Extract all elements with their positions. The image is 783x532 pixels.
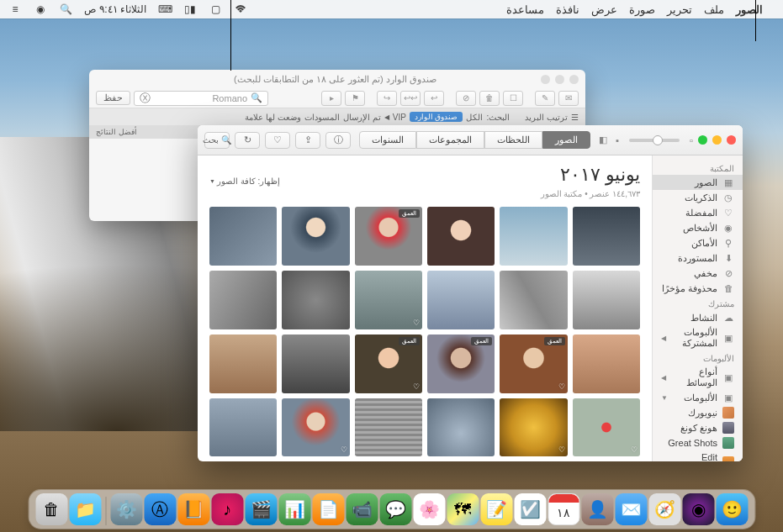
mail-traffic-lights[interactable] (541, 75, 579, 84)
dock-siri-icon[interactable]: ◉ (682, 493, 714, 525)
photo-thumbnail[interactable] (500, 271, 567, 329)
show-filter-dropdown[interactable]: إظهار: كافة الصور ▼ (209, 176, 280, 186)
info-button-icon[interactable]: ⓘ (325, 132, 351, 149)
dock-keynote-icon[interactable]: 🎬 (245, 493, 277, 525)
dock-mail-icon[interactable]: ✉️ (615, 493, 647, 525)
dock-ibooks-icon[interactable]: 📙 (177, 493, 209, 525)
disclosure-icon[interactable]: ▼ (661, 394, 668, 402)
photos-traffic-lights[interactable] (698, 135, 736, 145)
tab-collections[interactable]: المجموعات (416, 131, 484, 149)
photo-thumbnail[interactable] (355, 398, 422, 457)
dock-maps-icon[interactable]: 🗺 (447, 493, 479, 525)
sidebar-album-newyork[interactable]: نيويورك (653, 405, 743, 420)
mail-delete-icon[interactable]: 🗑 (479, 91, 500, 106)
photos-main-content[interactable]: يونيو ٢٠١٧ إظهار: كافة الصور ▼ ١٤٤,٦٧٣ ع… (198, 155, 652, 461)
dock-facetime-icon[interactable]: 📹 (346, 493, 378, 525)
photo-thumbnail[interactable]: ♡ (355, 271, 422, 329)
notification-center-icon[interactable]: ≡ (8, 3, 22, 16)
mail-sort-icon[interactable]: ☰ (571, 113, 579, 122)
disclosure-icon[interactable]: ◀ (661, 374, 666, 382)
photo-thumbnail[interactable] (427, 271, 495, 329)
photo-thumbnail[interactable]: العمق (427, 334, 495, 393)
sidebar-item-shared-albums[interactable]: ▣الألبومات المشتركة◀ (653, 325, 743, 350)
rotate-button-icon[interactable]: ↻ (235, 132, 260, 149)
dock-itunes-icon[interactable]: ♪ (211, 493, 243, 525)
photo-thumbnail[interactable] (209, 271, 277, 329)
photo-thumbnail[interactable] (282, 271, 349, 329)
sidebar-item-activity[interactable]: ☁النشاط (653, 310, 743, 325)
zoom-button[interactable] (698, 135, 707, 145)
photo-thumbnail[interactable] (427, 207, 495, 266)
photo-thumbnail[interactable]: ♡ (573, 398, 640, 457)
sidebar-album-edit-examples[interactable]: Edit Examples (653, 450, 743, 461)
photo-thumbnail[interactable] (282, 207, 349, 266)
photo-thumbnail[interactable] (573, 207, 640, 266)
sidebar-item-media-types[interactable]: ▣أنواع الوسائط◀ (653, 365, 743, 390)
dock-reminders-icon[interactable]: ☑️ (514, 493, 546, 525)
dock-notes-icon[interactable]: 📝 (480, 493, 512, 525)
minimize-button[interactable] (712, 135, 722, 145)
dock-safari-icon[interactable]: 🧭 (648, 493, 680, 525)
sidebar-item-places[interactable]: ⚲الأماكن (653, 235, 743, 250)
dock-numbers-icon[interactable]: 📊 (278, 493, 310, 525)
menu-help[interactable]: مساعدة (506, 3, 544, 16)
photo-thumbnail[interactable] (427, 398, 495, 457)
photo-thumbnail[interactable]: ♡ (282, 398, 349, 457)
clear-search-icon[interactable]: ⓧ (140, 91, 151, 106)
sidebar-item-deleted[interactable]: 🗑محذوفة مؤخرًا (653, 281, 743, 296)
tab-years[interactable]: السنوات (359, 131, 416, 149)
sidebar-toggle-icon[interactable]: ◧ (599, 134, 607, 145)
mail-move-icon[interactable]: ▸ (321, 91, 341, 106)
mail-archive-icon[interactable]: ☐ (503, 91, 523, 106)
menu-image[interactable]: صورة (629, 3, 655, 16)
sidebar-item-hidden[interactable]: ⊘مخفي (653, 266, 743, 281)
tab-photos[interactable]: الصور (542, 131, 590, 149)
mail-junk-icon[interactable]: ⊘ (456, 91, 476, 106)
mail-reply-icon[interactable]: ↩ (424, 91, 444, 106)
dock-photos-icon[interactable]: 🌸 (413, 493, 445, 525)
filter-vip[interactable]: VIP (393, 113, 406, 122)
menu-view[interactable]: عرض (591, 3, 617, 16)
mail-search-field[interactable]: 🔍 Romano ⓧ (134, 91, 268, 106)
photo-thumbnail[interactable]: ♡ (500, 398, 567, 457)
battery-icon[interactable]: ▮▯ (183, 3, 197, 16)
photo-thumbnail[interactable] (573, 271, 640, 329)
dock-preferences-icon[interactable]: ⚙️ (110, 493, 142, 525)
close-button[interactable] (569, 75, 579, 84)
zoom-button[interactable] (541, 75, 550, 84)
sidebar-album-hongkong[interactable]: هونغ كونغ (653, 420, 743, 435)
dock-appstore-icon[interactable]: Ⓐ (144, 493, 176, 525)
photo-thumbnail[interactable]: العمق♡ (355, 334, 422, 393)
mail-sort-label[interactable]: ترتيب البريد (525, 113, 568, 122)
photo-thumbnail[interactable] (209, 207, 277, 266)
disclosure-icon[interactable]: ◀ (661, 334, 666, 342)
dock-pages-icon[interactable]: 📄 (312, 493, 344, 525)
dock-finder-icon[interactable]: 🙂 (716, 493, 748, 525)
spotlight-icon[interactable]: 🔍 (59, 3, 72, 16)
keyboard-input-icon[interactable]: ⌨ (158, 3, 172, 16)
photo-thumbnail[interactable]: العمق♡ (500, 334, 567, 393)
siri-status-icon[interactable]: ◉ (34, 3, 47, 16)
dock-trash-icon[interactable]: 🗑 (35, 493, 67, 525)
sidebar-item-favorites[interactable]: ♡المفضلة (653, 205, 743, 220)
photos-titlebar[interactable]: ▫ ▪ ◧ الصور اللحظات المجموعات السنوات ⓘ … (198, 125, 743, 155)
app-menu[interactable]: الصور (736, 3, 763, 16)
menu-edit[interactable]: تحرير (667, 3, 692, 16)
dock-messages-icon[interactable]: 💬 (379, 493, 411, 525)
dock-calendar-icon[interactable]: ١٨ (548, 493, 579, 525)
airplay-icon[interactable]: ▢ (209, 3, 222, 16)
dock-downloads-icon[interactable]: 📁 (69, 493, 101, 525)
photo-thumbnail[interactable] (573, 334, 640, 393)
filter-sent[interactable]: تم الإرسال (343, 113, 381, 122)
menu-window[interactable]: نافذة (556, 3, 579, 16)
mail-forward-icon[interactable]: ↪ (377, 91, 397, 106)
filter-flagged[interactable]: وضعت لها علامة (245, 113, 301, 122)
sidebar-item-people[interactable]: ◉الأشخاص (653, 220, 743, 235)
favorite-button-icon[interactable]: ♡ (265, 132, 290, 149)
filter-all[interactable]: الكل (466, 113, 483, 122)
mail-compose-icon[interactable]: ✎ (535, 91, 555, 106)
filter-inbox[interactable]: صندوق الوارد (410, 112, 463, 122)
photo-thumbnail[interactable] (500, 207, 567, 266)
zoom-out-icon[interactable]: ▫ (690, 135, 693, 145)
photo-thumbnail[interactable] (282, 334, 349, 393)
